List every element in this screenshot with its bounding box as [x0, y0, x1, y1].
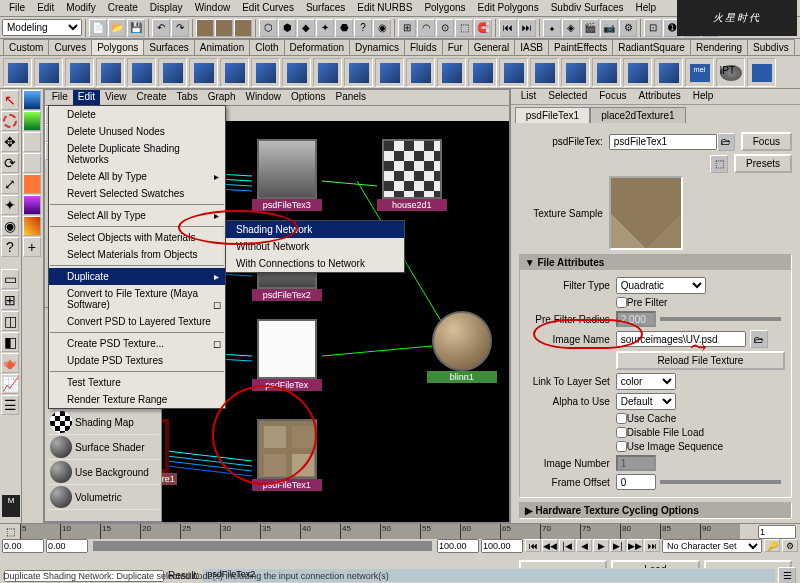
mode-selector[interactable]: Modeling [2, 19, 82, 36]
focus-button[interactable]: Focus [741, 132, 792, 151]
edit-item-test-texture[interactable]: Test Texture [49, 374, 225, 391]
edit-item-delete[interactable]: Delete [49, 106, 225, 123]
mask2-icon[interactable]: ⬢ [278, 19, 296, 37]
edit-item-convert-to-file-texture-maya-software-[interactable]: Convert to File Texture (Maya Software)◻ [49, 285, 225, 313]
shelf-poly-7-icon[interactable] [220, 58, 249, 87]
alpha-use-select[interactable]: Default [616, 393, 676, 410]
shelf-tab-subdivs[interactable]: Subdivs [747, 39, 795, 55]
ae-tab-psdFileTex1[interactable]: psdFileTex1 [515, 107, 590, 123]
menu-window[interactable]: Window [189, 0, 237, 16]
shelf-poly-3-icon[interactable] [96, 58, 125, 87]
rewind-icon[interactable]: ⏮ [525, 539, 541, 552]
ae-menu-list[interactable]: List [515, 89, 543, 104]
edit-item-duplicate[interactable]: Duplicate [49, 268, 225, 285]
sel-comp-icon[interactable] [234, 19, 252, 37]
menu-edit-nurbs[interactable]: Edit NURBS [351, 0, 418, 16]
current-frame-field[interactable] [758, 525, 796, 539]
menu-edit-curves[interactable]: Edit Curves [236, 0, 300, 16]
shelf-tab-cloth[interactable]: Cloth [249, 39, 284, 55]
menu-display[interactable]: Display [144, 0, 189, 16]
ae-menu-focus[interactable]: Focus [593, 89, 632, 104]
mask4-icon[interactable]: ✦ [316, 19, 334, 37]
shelf-poly-20-icon[interactable] [623, 58, 652, 87]
last-tool-icon[interactable]: ? [1, 237, 19, 257]
prim-4-icon[interactable] [23, 153, 41, 173]
hotbox-icon[interactable]: ⊡ [644, 19, 662, 37]
fast-fwd-icon[interactable]: ⏭ [644, 539, 660, 552]
use-cache-check[interactable] [616, 413, 627, 424]
prim-7-icon[interactable] [23, 216, 41, 236]
range-start-field[interactable] [2, 539, 44, 553]
sel-hier-icon[interactable] [196, 19, 214, 37]
edit-item-delete-unused-nodes[interactable]: Delete Unused Nodes [49, 123, 225, 140]
render-icon[interactable]: 🎬 [581, 19, 599, 37]
shelf-poly-2-icon[interactable] [65, 58, 94, 87]
node-file-tex[interactable]: psdFileTex1 [252, 419, 322, 491]
snap-plane-icon[interactable]: ⬚ [455, 19, 473, 37]
shelf-poly-16-icon[interactable] [499, 58, 528, 87]
menu-help[interactable]: Help [630, 0, 663, 16]
dup-sub-shading-network[interactable]: Shading Network [226, 221, 404, 238]
shelf-poly-8-icon[interactable] [251, 58, 280, 87]
play-fwd-icon[interactable]: ▶ [593, 539, 609, 552]
step-back-icon[interactable]: ◀◀ [542, 539, 558, 552]
render-globals-icon[interactable]: ⚙ [619, 19, 637, 37]
range-slider-track[interactable] [93, 541, 432, 551]
shelf-poly-0-icon[interactable] [3, 58, 32, 87]
dup-sub-without-network[interactable]: Without Network [226, 238, 404, 255]
presets-button[interactable]: Presets [734, 154, 792, 173]
edit-item-create-psd-texture-[interactable]: Create PSD Texture...◻ [49, 335, 225, 352]
snap-live-icon[interactable]: 🧲 [474, 19, 492, 37]
shelf-poly-5-icon[interactable] [158, 58, 187, 87]
hs-menu-tabs[interactable]: Tabs [172, 90, 203, 105]
anim-start-field[interactable] [46, 539, 88, 553]
menu-subdiv-surfaces[interactable]: Subdiv Surfaces [545, 0, 630, 16]
open-scene-icon[interactable]: 📂 [108, 19, 126, 37]
edit-item-select-objects-with-materials[interactable]: Select Objects with Materials [49, 229, 225, 246]
shelf-poly-19-icon[interactable] [592, 58, 621, 87]
shelf-poly-18-icon[interactable] [561, 58, 590, 87]
play-back-icon[interactable]: ◀ [576, 539, 592, 552]
edit-item-delete-all-by-type[interactable]: Delete All by Type [49, 168, 225, 185]
shelf-poly-10-icon[interactable] [313, 58, 342, 87]
shelf-tab-polygons[interactable]: Polygons [91, 39, 144, 55]
scale-tool-icon[interactable]: ⤢ [1, 174, 19, 194]
new-scene-icon[interactable]: 📄 [89, 19, 107, 37]
shelf-tab-dynamics[interactable]: Dynamics [349, 39, 405, 55]
shelf-poly-13-icon[interactable] [406, 58, 435, 87]
anim-end-field[interactable] [437, 539, 479, 553]
edit-item-delete-duplicate-shading-networks[interactable]: Delete Duplicate Shading Networks [49, 140, 225, 168]
prev-key-icon[interactable]: |◀ [559, 539, 575, 552]
node-file-1[interactable]: psdFileTex3 [252, 139, 322, 211]
link-layer-select[interactable]: color [616, 373, 676, 390]
undo-icon[interactable]: ↶ [152, 19, 170, 37]
lasso-tool-icon[interactable] [1, 111, 19, 131]
ae-node-name-field[interactable] [609, 134, 717, 150]
hs-menu-file[interactable]: File [47, 90, 73, 105]
shelf-poly-6-icon[interactable] [189, 58, 218, 87]
shelf-poly-15-icon[interactable] [468, 58, 497, 87]
menu-edit[interactable]: Edit [31, 0, 60, 16]
character-set-select[interactable]: No Character Set [662, 539, 762, 553]
menu-surfaces[interactable]: Surfaces [300, 0, 351, 16]
manip-tool-icon[interactable]: ✦ [1, 195, 19, 215]
prim-sphere-icon[interactable] [23, 111, 41, 131]
script-editor-icon[interactable]: ☰ [778, 567, 796, 584]
outliner-icon[interactable]: 🫖 [1, 353, 19, 373]
ae-menu-help[interactable]: Help [687, 89, 720, 104]
shelf-tab-custom[interactable]: Custom [3, 39, 49, 55]
step-fwd-icon[interactable]: ▶▶ [627, 539, 643, 552]
node-dir-icon[interactable]: 🗁 [717, 133, 735, 151]
shelf-poly-1-icon[interactable] [34, 58, 63, 87]
edit-item-update-psd-textures[interactable]: Update PSD Textures [49, 352, 225, 369]
ae-menu-attributes[interactable]: Attributes [632, 89, 686, 104]
shelf-tab-animation[interactable]: Animation [194, 39, 250, 55]
history-icon[interactable]: ⏮ [499, 19, 517, 37]
ae-menu-selected[interactable]: Selected [542, 89, 593, 104]
edit-item-revert-selected-swatches[interactable]: Revert Selected Swatches [49, 185, 225, 202]
prim-6-icon[interactable] [23, 195, 41, 215]
use-seq-check[interactable] [616, 441, 627, 452]
file-attributes-header[interactable]: File Attributes [520, 255, 791, 270]
next-key-icon[interactable]: ▶| [610, 539, 626, 552]
shelf-poly-21-icon[interactable] [654, 58, 683, 87]
